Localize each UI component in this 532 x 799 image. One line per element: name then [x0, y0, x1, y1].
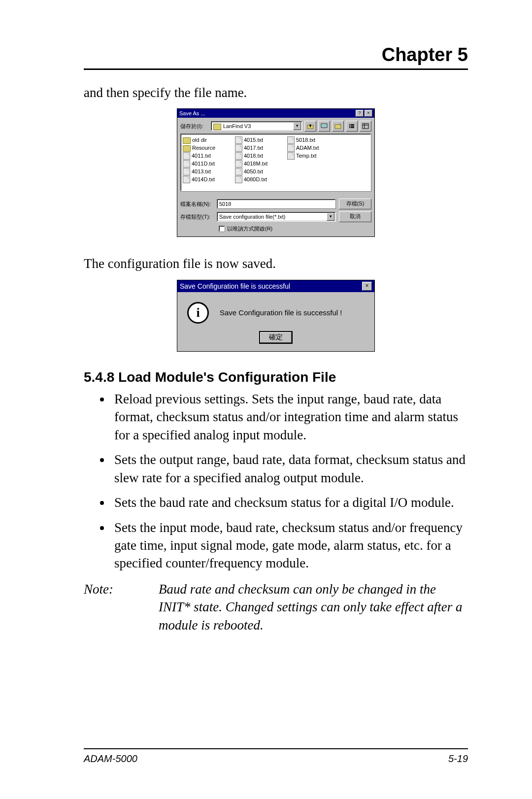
file-name-label: 4050.txt — [244, 168, 263, 174]
success-dialog: Save Configuration file is successful × … — [177, 280, 375, 352]
info-icon: i — [187, 302, 209, 324]
file-icon — [235, 160, 242, 167]
file-name-label: 4011.txt — [192, 153, 211, 159]
save-button[interactable]: 存檔(S) — [339, 199, 371, 209]
svg-rect-9 — [349, 127, 350, 128]
list-item: Sets the input mode, baud rate, checksum… — [111, 519, 468, 572]
intro-text-2: The configuration file is now saved. — [84, 255, 468, 272]
save-as-dialog: Save As ... ? × 儲存於(I): LanFind V3 ▾ — [177, 108, 375, 237]
file-item[interactable]: 4018.txt — [235, 152, 280, 160]
file-item[interactable]: 4050.txt — [235, 167, 280, 175]
file-name-label: 4014D.txt — [192, 176, 215, 182]
footer-right: 5-19 — [448, 753, 468, 765]
list-item: Sets the baud rate and checksum status f… — [111, 494, 468, 511]
file-item[interactable]: Temp.txt — [287, 152, 332, 160]
file-icon — [287, 136, 295, 144]
file-item[interactable]: 4014D.txt — [183, 175, 228, 183]
filetype-value: Save configuration file(*.txt) — [219, 214, 286, 220]
svg-rect-6 — [351, 124, 354, 125]
file-name-label: 4080D.txt — [244, 176, 267, 182]
file-name-label: Resource — [192, 145, 215, 151]
filename-input[interactable]: 5018 — [217, 199, 336, 209]
file-list-pane[interactable]: old dirResource4011.txt4011D.txt4013.txt… — [180, 133, 371, 192]
readonly-checkbox[interactable] — [219, 226, 225, 232]
list-icon — [348, 123, 355, 129]
file-item[interactable]: 5018.txt — [287, 136, 332, 144]
close-button[interactable]: × — [362, 282, 372, 291]
close-window-button[interactable]: × — [365, 110, 372, 117]
chevron-down-icon: ▾ — [293, 122, 301, 130]
file-name-label: old dir — [192, 137, 207, 143]
file-name-label: ADAM.txt — [296, 145, 319, 151]
file-item[interactable]: 4018M.txt — [235, 160, 280, 167]
success-title: Save Configuration file is successful — [180, 282, 290, 290]
bullet-list: Reload previous settings. Sets the input… — [84, 390, 468, 572]
svg-rect-11 — [363, 124, 368, 129]
svg-rect-10 — [351, 127, 354, 128]
file-item[interactable]: 4080D.txt — [235, 175, 280, 183]
file-item[interactable]: 4017.txt — [235, 144, 280, 152]
location-dropdown[interactable]: LanFind V3 ▾ — [211, 121, 302, 131]
chapter-header: Chapter 5 — [84, 44, 468, 70]
success-titlebar: Save Configuration file is successful × — [177, 280, 374, 292]
file-name-label: 4018.txt — [244, 153, 263, 159]
file-item[interactable]: 4011D.txt — [183, 160, 228, 167]
svg-rect-2 — [323, 128, 325, 129]
new-folder-icon: * — [334, 123, 341, 129]
readonly-label: 以唯讀方式開啟(R) — [227, 225, 272, 233]
list-item: Reload previous settings. Sets the input… — [111, 390, 468, 444]
file-item[interactable]: 4013.txt — [183, 167, 228, 175]
desktop-button[interactable] — [318, 121, 330, 132]
file-name-label: 4011D.txt — [192, 161, 215, 166]
location-label: 儲存於(I): — [180, 123, 209, 130]
folder-icon — [213, 124, 221, 130]
file-item[interactable]: 4011.txt — [183, 152, 228, 160]
file-icon — [235, 144, 242, 152]
file-item[interactable]: ADAM.txt — [287, 144, 332, 152]
note-label: Note: — [84, 580, 133, 634]
ok-button[interactable]: 確定 — [260, 332, 292, 343]
svg-rect-1 — [321, 124, 327, 128]
file-icon — [183, 168, 190, 175]
file-icon — [287, 144, 295, 152]
file-icon — [183, 160, 190, 167]
file-item[interactable]: 4015.txt — [235, 136, 280, 144]
desktop-icon — [321, 123, 328, 129]
file-name-label: 4015.txt — [244, 137, 263, 143]
file-icon — [183, 176, 190, 183]
file-icon — [235, 152, 242, 160]
new-folder-button[interactable]: * — [332, 121, 344, 132]
file-name-label: 4013.txt — [192, 168, 211, 174]
list-item: Sets the output range, baud rate, data f… — [111, 451, 468, 487]
folder-icon — [183, 137, 191, 144]
saveas-titlebar: Save As ... ? × — [177, 109, 374, 118]
file-name-label: 4018M.txt — [244, 161, 267, 166]
filename-label: 檔案名稱(N): — [180, 200, 214, 208]
folder-item[interactable]: Resource — [183, 144, 228, 152]
folder-item[interactable]: old dir — [183, 136, 228, 144]
up-icon — [307, 123, 314, 129]
file-name-label: 5018.txt — [296, 137, 315, 143]
cancel-button[interactable]: 取消 — [339, 211, 371, 222]
note-text: Baud rate and checksum can only be chang… — [159, 580, 468, 634]
help-window-button[interactable]: ? — [356, 110, 364, 117]
file-icon — [183, 152, 190, 160]
chevron-down-icon: ▾ — [327, 213, 334, 221]
section-heading: 5.4.8 Load Module's Configuration File — [84, 369, 468, 385]
file-icon — [235, 136, 242, 144]
success-message: Save Configuration file is successful ! — [220, 308, 342, 317]
saveas-title: Save As ... — [179, 110, 205, 116]
intro-text-1: and then specify the file name. — [84, 84, 468, 101]
svg-rect-7 — [349, 126, 350, 127]
file-name-label: Temp.txt — [296, 153, 317, 159]
up-one-level-button[interactable] — [304, 121, 316, 132]
list-view-button[interactable] — [346, 121, 358, 132]
note-block: Note: Baud rate and checksum can only be… — [84, 580, 468, 634]
details-icon — [362, 123, 369, 129]
location-value: LanFind V3 — [223, 123, 251, 129]
svg-rect-8 — [351, 126, 354, 127]
folder-icon — [183, 145, 191, 152]
filetype-dropdown[interactable]: Save configuration file(*.txt) ▾ — [217, 212, 336, 222]
file-name-label: 4017.txt — [244, 145, 263, 151]
details-view-button[interactable] — [360, 121, 371, 132]
